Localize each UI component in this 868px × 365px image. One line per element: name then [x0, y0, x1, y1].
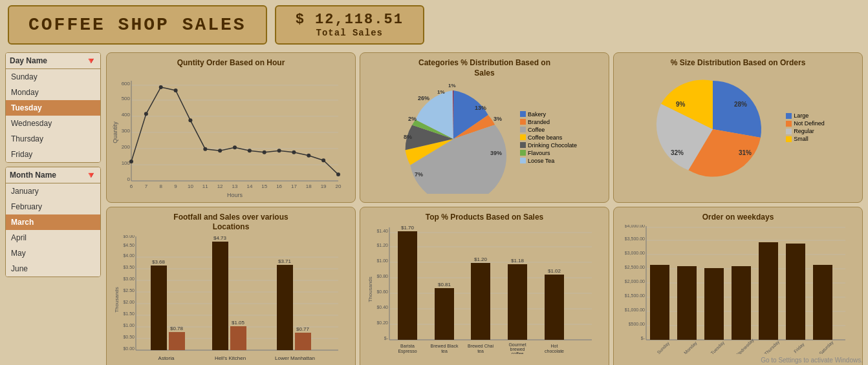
- svg-point-27: [277, 149, 281, 152]
- svg-text:$4.73: $4.73: [213, 235, 227, 241]
- charts-area: Quntity Order Based on Hour Quantity 0 1…: [106, 52, 863, 365]
- svg-text:7: 7: [145, 183, 148, 189]
- svg-text:9: 9: [174, 183, 177, 189]
- svg-text:$1.00: $1.00: [123, 323, 135, 328]
- svg-point-25: [248, 149, 252, 152]
- svg-text:chocolate: chocolate: [545, 349, 564, 353]
- svg-rect-128: [471, 263, 490, 340]
- svg-text:17: 17: [291, 183, 297, 189]
- svg-text:$3.68: $3.68: [152, 259, 166, 265]
- svg-text:$3,500.00: $3,500.00: [625, 236, 645, 241]
- svg-rect-132: [508, 264, 527, 340]
- svg-rect-167: [813, 265, 832, 340]
- svg-point-17: [129, 160, 133, 163]
- svg-text:$0.78: $0.78: [170, 326, 184, 331]
- svg-text:Thousands: Thousands: [367, 276, 373, 302]
- svg-text:$1.18: $1.18: [511, 258, 525, 264]
- total-sales-amount: $ 12,118.51: [296, 12, 404, 28]
- svg-text:brewed: brewed: [510, 347, 525, 351]
- month-item-may[interactable]: May: [6, 245, 100, 261]
- svg-text:Monday: Monday: [683, 340, 699, 354]
- main-content: Day Name 🔻 Sunday Monday Tuesday Wednesd…: [0, 50, 868, 365]
- svg-text:$3,000.00: $3,000.00: [625, 251, 645, 255]
- svg-text:1%: 1%: [437, 89, 445, 95]
- month-item-april[interactable]: April: [6, 230, 100, 245]
- svg-text:$3.00: $3.00: [123, 276, 135, 281]
- svg-rect-91: [230, 326, 246, 350]
- svg-text:32%: 32%: [671, 149, 684, 156]
- svg-point-31: [336, 172, 340, 176]
- svg-rect-94: [277, 265, 293, 350]
- svg-text:Friday: Friday: [793, 342, 806, 354]
- svg-text:500: 500: [122, 96, 131, 101]
- svg-rect-163: [704, 268, 724, 340]
- charts-bottom-row: Footfall and Sales over variousLocations…: [106, 207, 863, 365]
- svg-point-22: [203, 147, 207, 151]
- svg-text:$3.50: $3.50: [123, 265, 135, 269]
- svg-text:$2.00: $2.00: [123, 300, 135, 304]
- svg-text:28%: 28%: [734, 101, 747, 108]
- svg-text:$0.40: $0.40: [376, 305, 388, 309]
- svg-text:Barista: Barista: [400, 344, 415, 348]
- svg-text:Brewed Black: Brewed Black: [431, 344, 459, 348]
- month-filter-label: Month Name: [10, 171, 56, 180]
- day-item-wednesday[interactable]: Wednesday: [6, 116, 100, 131]
- sales-box: $ 12,118.51 Total Sales: [275, 5, 424, 45]
- month-filter-list[interactable]: January February March April May June: [6, 183, 100, 276]
- svg-text:Quantity: Quantity: [112, 121, 118, 143]
- month-item-june[interactable]: June: [6, 261, 100, 276]
- svg-text:Thousands: Thousands: [114, 287, 120, 313]
- svg-point-18: [144, 112, 148, 116]
- day-item-friday[interactable]: Friday: [6, 147, 100, 162]
- day-item-monday[interactable]: Monday: [6, 85, 100, 100]
- app-title: COFFEE SHOP SALES: [28, 15, 246, 35]
- svg-text:300: 300: [122, 128, 131, 134]
- svg-text:Espresso: Espresso: [398, 349, 417, 354]
- svg-text:$5.00: $5.00: [123, 235, 135, 238]
- svg-text:39%: 39%: [490, 150, 502, 156]
- month-filter-icon: 🔻: [85, 170, 96, 180]
- day-item-thursday[interactable]: Thursday: [6, 131, 100, 147]
- svg-text:10: 10: [188, 183, 193, 189]
- svg-text:$1.20: $1.20: [474, 256, 488, 262]
- svg-rect-124: [435, 288, 454, 340]
- svg-rect-166: [786, 244, 805, 340]
- svg-text:$0.81: $0.81: [438, 282, 451, 287]
- svg-text:Tuesday: Tuesday: [710, 340, 726, 354]
- svg-rect-161: [650, 265, 669, 340]
- svg-text:$0.77: $0.77: [296, 326, 310, 332]
- svg-text:$0.60: $0.60: [376, 289, 388, 294]
- svg-text:$0.00: $0.00: [123, 346, 135, 351]
- svg-text:19: 19: [321, 183, 327, 189]
- svg-text:Hell's Kitchen: Hell's Kitchen: [215, 355, 246, 361]
- month-item-january[interactable]: January: [6, 183, 100, 199]
- day-filter-list[interactable]: Sunday Monday Tuesday Wednesday Thursday…: [6, 69, 100, 162]
- svg-rect-162: [677, 266, 697, 340]
- month-item-february[interactable]: February: [6, 199, 100, 214]
- svg-rect-165: [759, 242, 778, 340]
- svg-text:$1.20: $1.20: [376, 243, 388, 247]
- svg-point-21: [188, 118, 192, 122]
- svg-point-28: [292, 150, 296, 154]
- svg-text:tea: tea: [477, 349, 484, 353]
- svg-point-26: [263, 150, 266, 154]
- weekday-chart-card: Order on weekdays $- $500.00 $1,000.00 $…: [613, 207, 863, 365]
- categories-title: Categories % Distribution Based onSales: [365, 58, 603, 78]
- month-item-march[interactable]: March: [6, 214, 100, 230]
- day-item-tuesday[interactable]: Tuesday: [6, 100, 100, 116]
- svg-text:$0.50: $0.50: [123, 335, 135, 339]
- svg-text:Astoria: Astoria: [158, 355, 175, 361]
- svg-text:3%: 3%: [494, 116, 502, 122]
- svg-point-29: [307, 153, 310, 157]
- svg-point-24: [233, 145, 237, 149]
- total-sales-label: Total Sales: [316, 28, 383, 38]
- svg-text:$2,000.00: $2,000.00: [625, 279, 645, 284]
- svg-text:tea: tea: [441, 349, 448, 353]
- svg-text:$1,500.00: $1,500.00: [625, 293, 645, 298]
- svg-text:13: 13: [232, 183, 238, 189]
- categories-legend: Bakery Branded Coffee Coffee beans Drink…: [520, 111, 577, 164]
- svg-text:2%: 2%: [408, 116, 417, 122]
- title-box: COFFEE SHOP SALES: [8, 5, 267, 45]
- top-products-title: Top % Products Based on Sales: [365, 213, 603, 223]
- day-item-sunday[interactable]: Sunday: [6, 69, 100, 85]
